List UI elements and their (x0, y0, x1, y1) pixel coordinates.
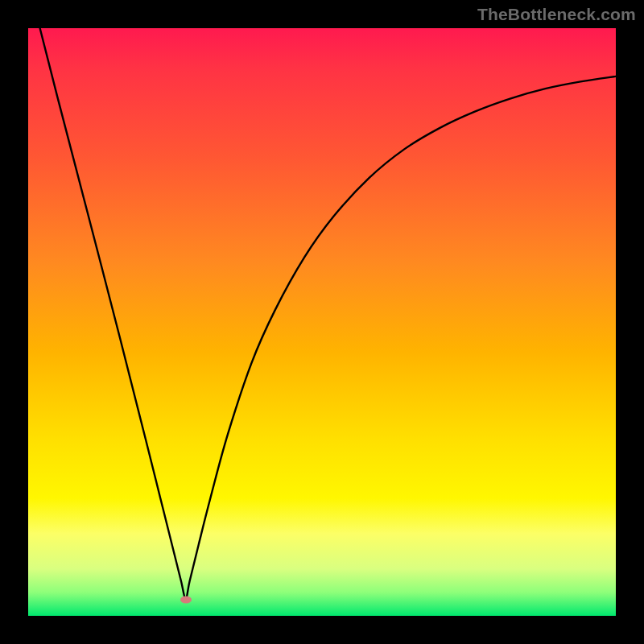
plot-area (28, 28, 616, 616)
watermark-text: TheBottleneck.com (477, 5, 636, 24)
chart-frame: TheBottleneck.com (0, 0, 644, 644)
minimum-marker (180, 596, 192, 603)
bottleneck-curve (28, 28, 616, 616)
